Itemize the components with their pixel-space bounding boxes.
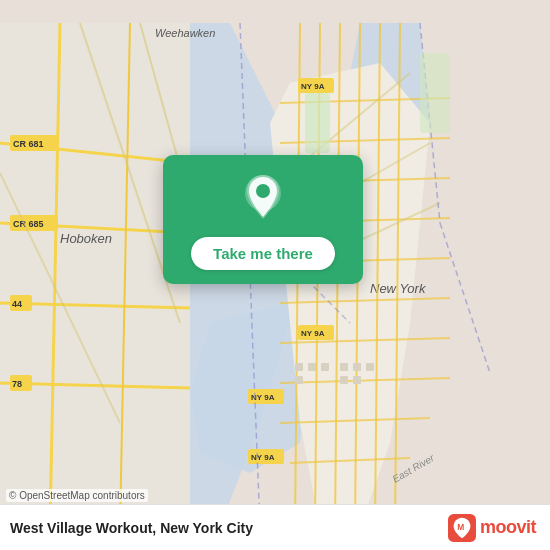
take-me-there-button[interactable]: Take me there: [191, 237, 335, 270]
svg-rect-61: [420, 53, 450, 133]
svg-rect-60: [305, 93, 330, 153]
svg-rect-68: [308, 363, 316, 371]
moovit-brand-icon: M: [448, 514, 476, 542]
moovit-brand-text: moovit: [480, 517, 536, 538]
svg-rect-70: [295, 376, 303, 384]
location-name: West Village Workout, New York City: [10, 520, 253, 536]
pin-icon: [241, 173, 285, 223]
svg-text:NY 9A: NY 9A: [251, 453, 275, 462]
svg-rect-69: [321, 363, 329, 371]
map-container: CR 681 CR 685 44 78 Hoboken New York NY …: [0, 0, 550, 550]
bottom-bar-left: West Village Workout, New York City: [10, 520, 253, 536]
svg-text:CR 681: CR 681: [13, 139, 44, 149]
svg-text:78: 78: [12, 379, 22, 389]
bottom-bar: West Village Workout, New York City M mo…: [0, 504, 550, 550]
svg-text:NY 9A: NY 9A: [301, 82, 325, 91]
moovit-logo: M moovit: [448, 514, 536, 542]
svg-text:44: 44: [12, 299, 22, 309]
pin-icon-wrapper: [241, 173, 285, 227]
svg-text:CR 685: CR 685: [13, 219, 44, 229]
svg-text:Weehawken: Weehawken: [155, 27, 215, 39]
svg-rect-67: [295, 363, 303, 371]
location-card: Take me there: [163, 155, 363, 284]
svg-rect-72: [353, 363, 361, 371]
svg-rect-71: [340, 363, 348, 371]
svg-text:New York: New York: [370, 281, 427, 296]
svg-text:M: M: [457, 521, 464, 531]
osm-attribution: © OpenStreetMap contributors: [6, 489, 148, 502]
svg-text:Hoboken: Hoboken: [60, 231, 112, 246]
svg-rect-73: [366, 363, 374, 371]
svg-rect-75: [353, 376, 361, 384]
svg-point-77: [256, 184, 270, 198]
svg-text:NY 9A: NY 9A: [301, 329, 325, 338]
svg-rect-74: [340, 376, 348, 384]
